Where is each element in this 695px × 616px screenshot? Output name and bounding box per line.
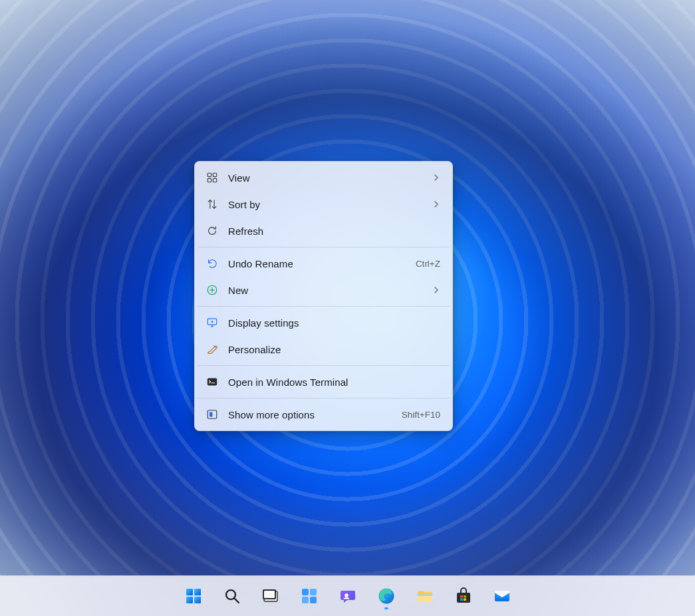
file-explorer-button[interactable] — [410, 581, 440, 611]
menu-item-accelerator: Shift+F10 — [402, 410, 440, 420]
taskview-icon — [262, 587, 279, 605]
undo-icon — [206, 257, 219, 270]
menu-item-new[interactable]: New — [198, 277, 450, 303]
taskview-button[interactable] — [256, 581, 285, 611]
menu-item-sort-by[interactable]: Sort by — [198, 191, 450, 218]
edge-button[interactable] — [372, 581, 401, 611]
menu-item-label: Sort by — [228, 199, 432, 210]
grid-icon — [206, 171, 219, 184]
chevron-right-icon — [432, 172, 440, 184]
chat-icon — [339, 587, 356, 605]
menu-item-label: View — [228, 172, 432, 184]
mail-button[interactable] — [487, 581, 517, 611]
svg-rect-29 — [460, 599, 463, 601]
svg-rect-20 — [302, 597, 309, 603]
new-icon — [206, 283, 219, 297]
svg-rect-25 — [418, 593, 432, 596]
svg-rect-28 — [464, 595, 466, 598]
svg-rect-1 — [213, 173, 216, 176]
menu-item-label: Refresh — [228, 226, 440, 237]
taskbar — [0, 575, 695, 616]
svg-rect-3 — [213, 178, 216, 182]
menu-separator — [198, 398, 450, 398]
menu-item-label: Open in Windows Terminal — [228, 377, 440, 388]
menu-item-terminal[interactable]: Open in Windows Terminal — [198, 369, 450, 395]
widgets-icon — [301, 587, 318, 605]
start-icon — [185, 587, 202, 605]
search-icon — [223, 587, 241, 605]
store-button[interactable] — [449, 581, 478, 611]
menu-item-label: New — [228, 285, 432, 296]
more-icon — [206, 408, 219, 421]
display-icon — [206, 316, 219, 329]
svg-rect-7 — [208, 379, 217, 386]
svg-rect-17 — [264, 591, 275, 598]
personalize-icon — [206, 343, 219, 356]
chevron-right-icon — [432, 285, 440, 296]
menu-item-undo-rename[interactable]: Undo Rename Ctrl+Z — [198, 250, 450, 277]
svg-rect-10 — [186, 589, 193, 595]
chat-button[interactable] — [333, 581, 362, 611]
svg-rect-11 — [194, 589, 201, 595]
menu-item-label: Display settings — [228, 317, 440, 329]
menu-item-show-more[interactable]: Show more options Shift+F10 — [198, 401, 450, 428]
sort-icon — [206, 198, 219, 211]
store-icon — [455, 587, 472, 605]
terminal-icon — [206, 375, 219, 388]
chevron-right-icon — [432, 199, 440, 210]
svg-rect-0 — [208, 173, 211, 176]
menu-separator — [198, 247, 450, 247]
menu-separator — [198, 365, 450, 366]
menu-separator — [198, 306, 450, 307]
menu-item-accelerator: Ctrl+Z — [416, 259, 440, 269]
svg-point-22 — [345, 593, 348, 597]
start-button[interactable] — [179, 581, 208, 611]
menu-item-personalize[interactable]: Personalize — [198, 336, 450, 363]
svg-rect-27 — [460, 595, 463, 598]
menu-item-refresh[interactable]: Refresh — [198, 218, 450, 244]
svg-rect-13 — [194, 597, 201, 603]
edge-icon — [378, 587, 395, 605]
refresh-icon — [206, 224, 219, 237]
desktop-context-menu: View Sort by Refresh Undo Rena — [194, 161, 453, 431]
svg-rect-2 — [208, 178, 211, 182]
svg-rect-12 — [186, 597, 193, 603]
svg-rect-30 — [464, 599, 466, 601]
search-button[interactable] — [217, 581, 247, 611]
menu-item-view[interactable]: View — [198, 164, 450, 191]
menu-item-label: Personalize — [228, 344, 440, 355]
svg-point-6 — [211, 321, 213, 323]
menu-item-label: Undo Rename — [228, 258, 416, 269]
mail-icon — [493, 587, 511, 605]
svg-rect-18 — [302, 589, 309, 595]
menu-item-label: Show more options — [228, 409, 402, 420]
svg-rect-19 — [310, 589, 317, 595]
file-explorer-icon — [416, 587, 434, 605]
widgets-button[interactable] — [295, 581, 324, 611]
menu-item-display-settings[interactable]: Display settings — [198, 309, 450, 336]
svg-rect-21 — [310, 597, 317, 603]
svg-rect-9 — [209, 412, 213, 416]
